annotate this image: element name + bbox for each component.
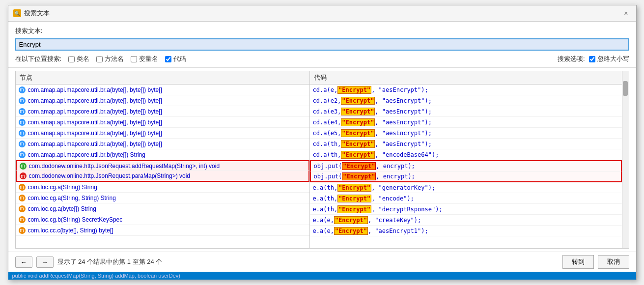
checkbox-varname-input[interactable] — [131, 56, 137, 62]
encrypt-highlight: "Encrypt" — [341, 118, 375, 126]
dialog-title: 搜索文本 — [24, 9, 618, 18]
code-text: , "aesEncrypt"); — [375, 97, 432, 104]
table-row[interactable]: m com.amap.api.mapcore.util.br.a(byte[],… — [16, 128, 309, 139]
code-row[interactable]: cd.a(e2, "Encrypt", "aesEncrypt"); — [310, 95, 622, 106]
row-icon-orange: m — [19, 195, 26, 201]
code-row[interactable]: cd.a(th, "Encrypt", "aesEncrypt"); — [310, 139, 622, 149]
code-row[interactable]: cd.a(th, "Encrypt", "encodeBase64"); — [310, 149, 622, 160]
checkbox-methodname[interactable]: 方法名 — [96, 55, 124, 63]
close-button[interactable]: × — [621, 8, 631, 18]
code-text: obj.put( — [314, 173, 342, 180]
row-icon-blue: m — [19, 108, 26, 115]
code-text: e.a(e, — [313, 228, 334, 234]
checkbox-code-input[interactable] — [165, 56, 171, 62]
encrypt-highlight: "Encrypt" — [337, 195, 371, 202]
results-left: 节点 m com.amap.api.mapcore.util.br.a(byte… — [16, 71, 310, 248]
row-icon-blue: m — [19, 130, 26, 137]
node-text: com.loc.cc.c(byte[], String) byte[] — [28, 227, 113, 234]
code-text: cd.a(e2, — [313, 97, 341, 104]
code-text: obj.put( — [314, 163, 342, 170]
code-text: e.a(e, — [313, 217, 334, 224]
code-row[interactable]: cd.a(e4, "Encrypt", "aesEncrypt"); — [310, 117, 622, 128]
encrypt-highlight-selected: "Encrypt" — [342, 172, 376, 180]
encrypt-highlight: "Encrypt" — [341, 151, 375, 159]
scrollbar[interactable] — [622, 71, 629, 248]
table-row-highlighted[interactable]: m com.dodonew.online.http.JsonRequest.pa… — [16, 171, 309, 182]
node-text: com.amap.api.mapcore.util.br.a(byte[], b… — [28, 108, 162, 115]
search-options-label: 搜索选项: — [558, 55, 585, 63]
checkbox-code[interactable]: 代码 — [165, 55, 186, 63]
table-row[interactable]: m com.amap.api.mapcore.util.br.b(byte[])… — [16, 149, 309, 160]
checkboxes: 类名 方法名 变量名 代码 — [68, 55, 186, 63]
action-buttons: 转到 取消 — [562, 255, 629, 269]
code-row[interactable]: e.a(th, "Encrypt", "encode"); — [310, 193, 622, 204]
checkbox-ignore-case[interactable]: 忽略大小写 — [589, 55, 629, 63]
node-text: com.loc.cg.a(String) String — [28, 184, 97, 191]
row-icon-blue: m — [19, 141, 26, 147]
checkbox-varname[interactable]: 变量名 — [131, 55, 158, 63]
code-text: e.a(th, — [313, 206, 338, 213]
search-input[interactable] — [15, 38, 629, 51]
code-text: , "createKey"); — [368, 217, 421, 224]
cancel-button[interactable]: 取消 — [598, 255, 629, 269]
code-row[interactable]: cd.a(e5, "Encrypt", "aesEncrypt"); — [310, 128, 622, 139]
table-row[interactable]: m com.amap.api.mapcore.util.br.a(byte[],… — [16, 95, 309, 106]
results-right: 代码 cd.a(e, "Encrypt", "aesEncrypt"); cd.… — [310, 71, 622, 248]
table-row[interactable]: m com.loc.cg.a(String) String — [16, 182, 309, 193]
table-row[interactable]: m com.amap.api.mapcore.util.br.a(byte[],… — [16, 139, 309, 149]
checkbox-classname-label: 类名 — [77, 55, 89, 63]
encrypt-highlight-selected: "Encrypt" — [342, 162, 376, 170]
code-text: e.a(th, — [313, 184, 338, 191]
prev-button[interactable]: ← — [15, 256, 32, 268]
encrypt-highlight: "Encrypt" — [337, 184, 371, 192]
code-row[interactable]: e.a(th, "Encrypt", "generatorKey"); — [310, 182, 622, 193]
search-options: 搜索选项: 忽略大小写 — [558, 55, 629, 63]
code-text: , "aesEncrypt"); — [375, 130, 432, 137]
code-text: cd.a(e, — [313, 86, 338, 93]
table-row[interactable]: m com.loc.cg.a(byte[]) String — [16, 203, 309, 214]
search-dialog: 🔍 搜索文本 × 搜索文本: 在以下位置搜索: 类名 方法名 — [8, 5, 637, 280]
options-row: 在以下位置搜索: 类名 方法名 变量名 — [15, 55, 629, 63]
code-row[interactable]: e.a(e, "Encrypt", "aesEncrypt1"); — [310, 226, 622, 236]
goto-button[interactable]: 转到 — [562, 255, 594, 269]
table-row-highlighted[interactable]: m com.dodonew.online.http.JsonRequest.ad… — [16, 160, 309, 171]
code-row-highlighted[interactable]: obj.put("Encrypt", encrypt); — [310, 160, 622, 171]
table-row[interactable]: m com.amap.api.mapcore.util.br.a(byte[],… — [16, 117, 309, 128]
checkbox-code-label: 代码 — [173, 55, 186, 63]
checkbox-methodname-label: 方法名 — [105, 55, 124, 63]
code-row[interactable]: e.a(th, "Encrypt", "decryptRsponse"); — [310, 204, 622, 215]
search-label: 搜索文本: — [15, 27, 629, 35]
table-row[interactable]: m com.loc.cg.a(String, String) String — [16, 193, 309, 203]
table-row[interactable]: m com.loc.cc.c(byte[], String) byte[] — [16, 225, 309, 236]
statusbar-text: public void addRequestMap(String, String… — [12, 273, 180, 279]
code-text: cd.a(th, — [313, 151, 341, 158]
checkbox-ignore-case-input[interactable] — [589, 56, 595, 62]
checkbox-ignore-case-label: 忽略大小写 — [597, 55, 629, 63]
code-row[interactable]: cd.a(e, "Encrypt", "aesEncrypt"); — [310, 85, 622, 95]
code-text: cd.a(e4, — [313, 119, 341, 126]
checkbox-classname-input[interactable] — [68, 56, 75, 62]
table-row[interactable]: m com.amap.api.mapcore.util.br.a(byte[],… — [16, 85, 309, 95]
left-col-body[interactable]: m com.amap.api.mapcore.util.br.a(byte[],… — [16, 85, 309, 248]
row-icon-blue: m — [19, 151, 26, 158]
code-row[interactable]: cd.a(e3, "Encrypt", "aesEncrypt"); — [310, 106, 622, 117]
code-text: cd.a(e5, — [313, 130, 341, 137]
node-text: com.amap.api.mapcore.util.br.a(byte[], b… — [28, 141, 162, 147]
right-col-body[interactable]: cd.a(e, "Encrypt", "aesEncrypt"); cd.a(e… — [310, 85, 622, 248]
code-text: , "encodeBase64"); — [375, 151, 439, 158]
table-row[interactable]: m com.amap.api.mapcore.util.br.a(byte[],… — [16, 106, 309, 117]
row-icon-green: m — [20, 163, 27, 170]
code-row[interactable]: e.a(e, "Encrypt", "createKey"); — [310, 215, 622, 226]
table-row[interactable]: m com.loc.cg.b(String) SecretKeySpec — [16, 214, 309, 225]
code-text: , "aesEncrypt1"); — [368, 228, 428, 234]
next-button[interactable]: → — [36, 256, 54, 268]
code-row-highlighted[interactable]: obj.put("Encrypt", encrypt); — [310, 171, 622, 182]
search-input-row — [15, 38, 629, 51]
checkbox-classname[interactable]: 类名 — [68, 55, 89, 63]
scroll-thumb[interactable] — [623, 81, 628, 96]
row-icon-blue: m — [19, 97, 26, 104]
row-icon-blue: m — [19, 119, 26, 126]
right-col-header: 代码 — [310, 71, 622, 85]
checkbox-methodname-input[interactable] — [96, 56, 103, 62]
dialog-icon: 🔍 — [13, 9, 21, 17]
